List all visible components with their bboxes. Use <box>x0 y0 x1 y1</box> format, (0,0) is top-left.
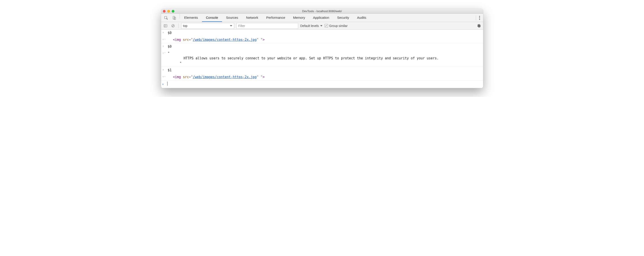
chevron-down-icon <box>320 25 322 26</box>
console-output-html: <img src="/web/images/content-https-2x.j… <box>167 74 481 80</box>
group-similar-toggle[interactable]: Group similar <box>325 24 348 28</box>
console-input-row: ›$1 <box>161 67 483 74</box>
console-toolbar: top Default levels Group similar <box>161 22 483 30</box>
prompt-chevron-icon: › <box>162 82 167 86</box>
console-input-text: $0 <box>167 30 481 36</box>
devtools-window: DevTools - localhost:8080/web/ ElementsC… <box>161 9 483 88</box>
console-input-text: $1 <box>167 67 481 73</box>
execution-context-value: top <box>183 24 187 28</box>
output-chevron-icon: ‹⋅ <box>162 37 167 41</box>
resource-link[interactable]: /web/images/content-https-2x.jpg <box>193 75 257 79</box>
console-input-text: $0 <box>167 44 481 50</box>
svg-rect-1 <box>173 16 175 19</box>
filter-input[interactable] <box>236 23 298 29</box>
resource-link[interactable]: /web/images/content-https-2x.jpg <box>193 38 257 42</box>
tab-audits[interactable]: Audits <box>353 14 370 22</box>
more-options-icon[interactable] <box>479 16 480 20</box>
tab-application[interactable]: Application <box>309 14 333 22</box>
console-output-row: ‹⋅<img src="/web/images/content-https-2x… <box>161 74 483 81</box>
log-levels-select[interactable]: Default levels <box>300 24 322 28</box>
clear-console-icon[interactable] <box>170 23 176 28</box>
group-similar-checkbox[interactable] <box>325 24 328 27</box>
separator <box>178 24 178 28</box>
tab-network[interactable]: Network <box>242 14 262 22</box>
window-title: DevTools - localhost:8080/web/ <box>161 10 483 13</box>
svg-line-5 <box>172 25 174 27</box>
tab-console[interactable]: Console <box>202 14 222 22</box>
tab-security[interactable]: Security <box>333 14 353 22</box>
log-levels-label: Default levels <box>300 24 319 28</box>
main-tabbar: ElementsConsoleSourcesNetworkPerformance… <box>161 14 483 22</box>
output-chevron-icon: ‹⋅ <box>162 74 167 78</box>
tab-performance[interactable]: Performance <box>262 14 289 22</box>
console-output: ›$0‹⋅<img src="/web/images/content-https… <box>161 30 483 80</box>
execution-context-select[interactable]: top <box>181 23 234 29</box>
input-chevron-icon: › <box>162 30 167 34</box>
console-output-text: " HTTPS allows users to securely connect… <box>167 50 481 66</box>
console-prompt[interactable]: › <box>161 80 483 88</box>
input-chevron-icon: › <box>162 44 167 48</box>
toggle-sidebar-icon[interactable] <box>163 23 168 28</box>
separator <box>476 16 476 20</box>
console-output-row: ‹⋅<img src="/web/images/content-https-2x… <box>161 36 483 44</box>
console-input-row: ›$0 <box>161 43 483 50</box>
console-output-html: <img src="/web/images/content-https-2x.j… <box>167 37 481 43</box>
console-input-row: ›$0 <box>161 30 483 36</box>
input-chevron-icon: › <box>162 67 167 71</box>
text-cursor <box>167 82 168 86</box>
output-chevron-icon: ‹⋅ <box>162 50 167 54</box>
tab-elements[interactable]: Elements <box>180 14 202 22</box>
group-similar-label: Group similar <box>329 24 348 28</box>
svg-rect-3 <box>164 24 167 27</box>
chevron-down-icon <box>230 25 232 26</box>
console-output-row: ‹⋅" HTTPS allows users to securely conne… <box>161 50 483 67</box>
device-toolbar-icon[interactable] <box>172 15 177 20</box>
console-settings-icon[interactable] <box>476 23 481 28</box>
titlebar: DevTools - localhost:8080/web/ <box>161 9 483 14</box>
inspect-element-icon[interactable] <box>163 15 168 20</box>
tab-memory[interactable]: Memory <box>289 14 309 22</box>
tab-sources[interactable]: Sources <box>222 14 242 22</box>
